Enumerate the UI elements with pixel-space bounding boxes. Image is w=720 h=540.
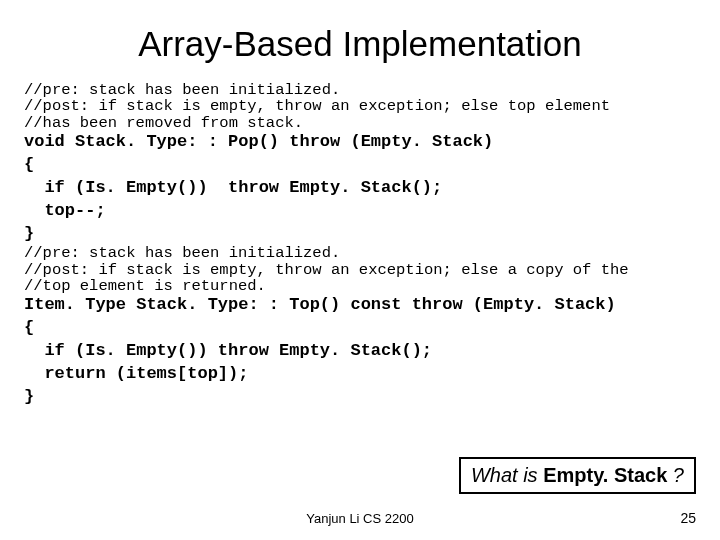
code-line: } [24,224,34,243]
callout-suffix: ? [667,464,684,486]
slide-title: Array-Based Implementation [0,24,720,64]
code-line: top--; [24,201,106,220]
footer-page-number: 25 [680,510,696,526]
callout-box: What is Empty. Stack ? [459,457,696,494]
code-line: return (items[top]); [24,364,248,383]
comment-line: //has been removed from stack. [24,114,303,132]
code-block-2: Item. Type Stack. Type: : Top() const th… [24,294,696,409]
code-line: { [24,318,34,337]
callout-term: Empty. Stack [543,464,667,486]
code-line: } [24,387,34,406]
slide-content: //pre: stack has been initialized. //pos… [0,82,720,409]
code-line: { [24,155,34,174]
comment-line: //top element is returned. [24,277,266,295]
code-line: if (Is. Empty()) throw Empty. Stack(); [24,178,442,197]
comment-block-2: //pre: stack has been initialized. //pos… [24,245,696,294]
callout-prefix: What is [471,464,543,486]
code-line: void Stack. Type: : Pop() throw (Empty. … [24,132,493,151]
code-block-1: void Stack. Type: : Pop() throw (Empty. … [24,131,696,246]
comment-block-1: //pre: stack has been initialized. //pos… [24,82,696,131]
code-line: if (Is. Empty()) throw Empty. Stack(); [24,341,432,360]
code-line: Item. Type Stack. Type: : Top() const th… [24,295,616,314]
footer-author: Yanjun Li CS 2200 [0,511,720,526]
